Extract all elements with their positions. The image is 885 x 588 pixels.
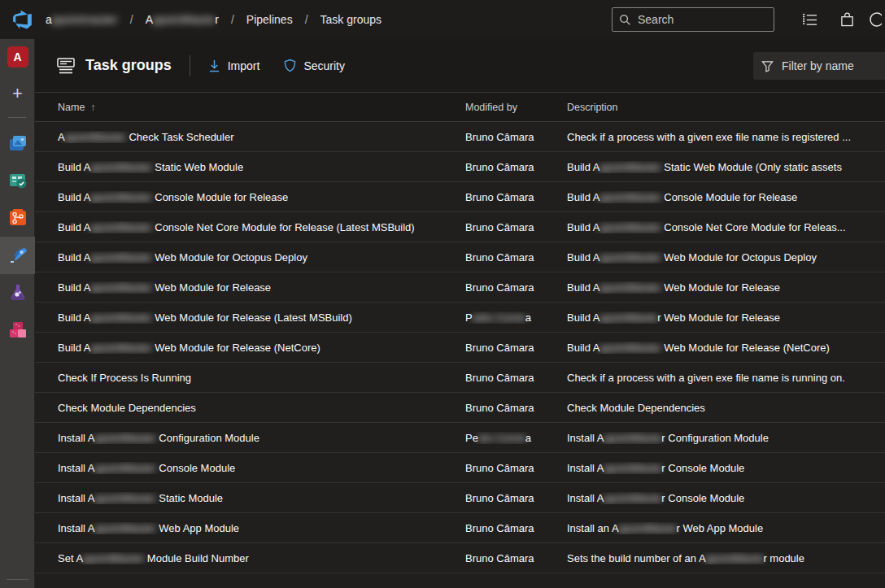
filter-placeholder: Filter by name <box>782 59 854 72</box>
filter-by-name-input[interactable]: Filter by name <box>753 52 885 80</box>
modified-by-cell: Bruno Câmara <box>465 522 567 534</box>
task-group-name-link[interactable]: Build AppointMaster Web Module for Relea… <box>35 311 465 324</box>
modified-by-cell: Bruno Câmara <box>465 221 567 233</box>
sidebar-item-add-project[interactable]: + <box>0 75 35 112</box>
description-cell: Sets the build number of an AppointMaste… <box>567 552 885 564</box>
search-icon <box>619 14 631 26</box>
breadcrumb-item[interactable]: Pipelines <box>246 13 293 26</box>
description-cell: Build AppointMaster Web Module for Relea… <box>567 311 885 324</box>
table-body: AppointMaster Check Task SchedulerBruno … <box>35 122 885 573</box>
import-button[interactable]: Import <box>208 59 260 72</box>
task-group-name-link[interactable]: Set AppointMaster Module Build Number <box>35 552 465 564</box>
sidebar-item-pipelines[interactable] <box>0 237 35 274</box>
task-group-name-link[interactable]: Build AppointMaster Console Module for R… <box>35 191 465 203</box>
boards-icon <box>7 170 28 191</box>
breadcrumb-item[interactable]: AppointMaster <box>146 13 219 26</box>
modified-by-cell: Bruno Câmara <box>465 161 567 173</box>
modified-by-cell: Bruno Câmara <box>465 492 567 504</box>
table-row[interactable]: Install AppointMaster Web App ModuleBrun… <box>35 513 885 543</box>
topbar-actions: Search <box>612 0 885 39</box>
task-group-name-link[interactable]: Build AppointMaster Console Net Core Mod… <box>35 221 465 233</box>
search-placeholder: Search <box>638 13 674 26</box>
task-group-name-link[interactable]: Build AppointMaster Web Module for Relea… <box>35 281 465 294</box>
table-row[interactable]: Build AppointMaster Web Module for Relea… <box>35 303 885 333</box>
breadcrumb-separator: / <box>118 13 146 26</box>
project-avatar: A <box>7 46 28 68</box>
table-row[interactable]: Build AppointMaster Web Module for Octop… <box>35 242 885 272</box>
description-cell: Build AppointMaster Web Module for Relea… <box>567 281 885 294</box>
modified-by-cell: Bruno Câmara <box>465 281 567 294</box>
modified-by-cell: Bruno Câmara <box>465 372 567 384</box>
description-cell: Build AppointMaster Static Web Module (O… <box>567 161 885 173</box>
task-group-name-link[interactable]: Build AppointMaster Web Module for Octop… <box>35 251 465 264</box>
help-circle-icon[interactable] <box>865 0 885 39</box>
plus-icon: + <box>12 85 23 102</box>
marketplace-bag-icon[interactable] <box>828 0 865 39</box>
table-row[interactable]: Check Module DependenciesBruno CâmaraChe… <box>35 393 885 423</box>
modified-by-cell: Bruno Câmara <box>465 191 567 203</box>
task-group-name-link[interactable]: Install AppointMaster Static Module <box>35 492 465 504</box>
table-row[interactable]: Build AppointMaster Console Module for R… <box>35 182 885 212</box>
artifacts-packages-icon <box>7 320 28 341</box>
sidebar-item-boards[interactable] <box>0 162 35 199</box>
task-group-name-link[interactable]: Install AppointMaster Web App Module <box>35 522 465 534</box>
table-row[interactable]: Build AppointMaster Static Web ModuleBru… <box>35 152 885 182</box>
security-button[interactable]: Security <box>284 59 345 72</box>
modified-by-cell: Pedro Correia <box>465 432 567 444</box>
page-title: Task groups <box>85 57 172 74</box>
breadcrumb-separator: / <box>293 13 320 26</box>
test-plans-flask-icon <box>7 282 28 303</box>
description-cell: Check Module Dependencies <box>567 402 885 414</box>
description-cell: Check if a process with a given exe file… <box>567 372 885 384</box>
azure-devops-logo-icon[interactable] <box>11 8 34 31</box>
page-header: Task groups Import Security Filter by na… <box>35 39 885 92</box>
modified-by-cell: Bruno Câmara <box>465 402 567 414</box>
task-list-icon[interactable] <box>791 0 828 39</box>
task-group-name-link[interactable]: Build AppointMaster Static Web Module <box>35 161 465 173</box>
sort-ascending-icon: ↑ <box>90 102 95 113</box>
task-group-name-link[interactable]: AppointMaster Check Task Scheduler <box>35 131 465 143</box>
task-group-name-link[interactable]: Check Module Dependencies <box>35 402 465 414</box>
column-header-modified-by[interactable]: Modified by <box>465 102 567 113</box>
table-row[interactable]: Check If Process Is RunningBruno CâmaraC… <box>35 363 885 393</box>
description-cell: Install an AppointMaster Web App Module <box>567 522 885 534</box>
table-row[interactable]: Build AppointMaster Web Module for Relea… <box>35 333 885 363</box>
sidebar-item-repos[interactable] <box>0 199 35 237</box>
main-content: Task groups Import Security Filter by na… <box>35 39 885 588</box>
column-header-description[interactable]: Description <box>567 102 885 113</box>
task-group-name-link[interactable]: Check If Process Is Running <box>35 372 465 384</box>
task-group-name-link[interactable]: Install AppointMaster Console Module <box>35 462 465 474</box>
task-groups-table: Name↑ Modified by Description AppointMas… <box>35 92 885 588</box>
table-row[interactable]: Set AppointMaster Module Build NumberBru… <box>35 543 885 573</box>
breadcrumb: appointmaster/AppointMaster/Pipelines/Ta… <box>46 13 381 26</box>
header-divider <box>190 55 190 76</box>
sidebar-item-project-avatar[interactable]: A <box>0 39 35 75</box>
import-label: Import <box>228 59 260 72</box>
sidebar-item-artifacts[interactable] <box>0 311 35 349</box>
table-row[interactable]: Build AppointMaster Web Module for Relea… <box>35 272 885 303</box>
top-bar: appointmaster/AppointMaster/Pipelines/Ta… <box>0 0 885 39</box>
modified-by-cell: Bruno Câmara <box>465 131 567 143</box>
security-label: Security <box>303 59 345 72</box>
modified-by-cell: Bruno Câmara <box>465 342 567 354</box>
modified-by-cell: Bruno Câmara <box>465 251 567 264</box>
table-row[interactable]: Install AppointMaster Console ModuleBrun… <box>35 453 885 483</box>
table-row[interactable]: Build AppointMaster Console Net Core Mod… <box>35 212 885 242</box>
breadcrumb-item[interactable]: Task groups <box>320 13 381 26</box>
shield-icon <box>284 59 296 72</box>
table-row[interactable]: Install AppointMaster Configuration Modu… <box>35 423 885 453</box>
sidebar-item-overview[interactable] <box>0 124 35 162</box>
column-header-name[interactable]: Name↑ <box>35 102 465 113</box>
table-row[interactable]: Install AppointMaster Static ModuleBruno… <box>35 483 885 513</box>
sidebar-item-test-plans[interactable] <box>0 274 35 311</box>
task-group-name-link[interactable]: Install AppointMaster Configuration Modu… <box>35 432 465 444</box>
description-cell: Build AppointMaster Console Module for R… <box>567 191 885 203</box>
breadcrumb-separator: / <box>219 13 246 26</box>
task-group-name-link[interactable]: Build AppointMaster Web Module for Relea… <box>35 342 465 354</box>
pipelines-rocket-icon <box>7 245 28 266</box>
search-input[interactable]: Search <box>612 7 774 32</box>
table-row[interactable]: AppointMaster Check Task SchedulerBruno … <box>35 122 885 152</box>
breadcrumb-item[interactable]: appointmaster <box>46 13 118 26</box>
description-cell: Install AppointMaster Console Module <box>567 492 885 504</box>
filter-funnel-icon <box>761 60 774 72</box>
